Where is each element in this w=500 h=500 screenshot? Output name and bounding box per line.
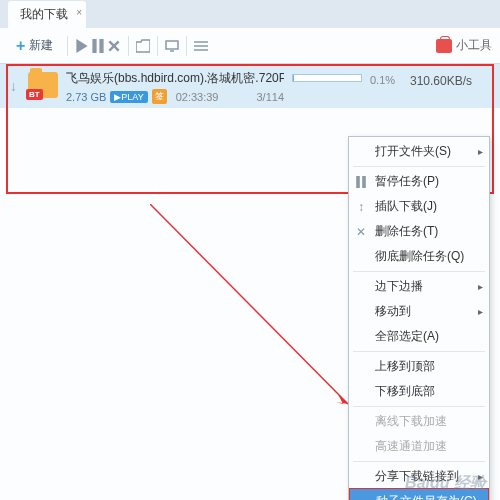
folder-icon[interactable] [135, 38, 151, 54]
folder-icon: BT [28, 72, 58, 98]
download-percent: 0.1% [370, 74, 410, 86]
cert-tag: 签 [152, 89, 167, 104]
tab-my-downloads[interactable]: 我的下载 × [8, 1, 86, 28]
menu-play-around[interactable]: 边下边播 [349, 274, 489, 299]
menu-open-folder[interactable]: 打开文件夹(S) [349, 139, 489, 164]
menu-move-to[interactable]: 移动到 [349, 299, 489, 324]
menu-channel-speed: 高速通道加速 [349, 434, 489, 459]
svg-rect-11 [356, 176, 360, 188]
download-name: 飞鸟娱乐(bbs.hdbird.com).洛城机密.720P.... [66, 70, 284, 87]
monitor-icon[interactable] [164, 38, 180, 54]
new-label: 新建 [29, 37, 53, 54]
menu-move-bottom[interactable]: 下移到底部 [349, 379, 489, 404]
menu-delete[interactable]: ✕删除任务(T) [349, 219, 489, 244]
menu-pause[interactable]: 暂停任务(P) [349, 169, 489, 194]
annotation-arrow [150, 204, 370, 414]
svg-line-9 [150, 204, 348, 404]
delete-icon[interactable] [106, 38, 122, 54]
svg-marker-10 [336, 394, 348, 404]
watermark: Baidu 经验 [405, 473, 486, 494]
pause-icon[interactable] [90, 38, 106, 54]
tools-label: 小工具 [456, 37, 492, 54]
menu-insert[interactable]: ↕插队下载(J) [349, 194, 489, 219]
context-menu: 打开文件夹(S) 暂停任务(P) ↕插队下载(J) ✕删除任务(T) 彻底删除任… [348, 136, 490, 500]
menu-offline-speed: 离线下载加速 [349, 409, 489, 434]
list-icon[interactable] [193, 38, 209, 54]
insert-icon: ↕ [354, 200, 368, 214]
menu-delete-full[interactable]: 彻底删除任务(Q) [349, 244, 489, 269]
plus-icon: + [16, 37, 25, 55]
menu-move-top[interactable]: 上移到顶部 [349, 354, 489, 379]
svg-rect-1 [100, 39, 104, 53]
download-arrow-icon: ↓ [10, 78, 24, 94]
close-icon[interactable]: × [76, 7, 82, 18]
svg-rect-12 [362, 176, 366, 188]
download-count: 3/114 [256, 91, 284, 103]
play-icon[interactable] [74, 38, 90, 54]
toolbar: + 新建 小工具 [0, 28, 500, 64]
bt-badge: BT [26, 89, 43, 100]
toolbox-icon [436, 39, 452, 53]
play-tag[interactable]: ▶PLAY [110, 91, 147, 103]
tools-button[interactable]: 小工具 [436, 37, 492, 54]
progress-bar [292, 74, 362, 82]
delete-icon: ✕ [354, 225, 368, 239]
pause-icon [354, 175, 368, 189]
download-row[interactable]: ↓ BT 飞鸟娱乐(bbs.hdbird.com).洛城机密.720P.... … [0, 64, 500, 108]
tab-label: 我的下载 [20, 7, 68, 21]
download-speed: 310.60KB/s [410, 74, 490, 88]
download-time: 02:33:39 [176, 91, 219, 103]
menu-select-all[interactable]: 全部选定(A) [349, 324, 489, 349]
new-button[interactable]: + 新建 [8, 33, 61, 59]
svg-rect-4 [166, 41, 178, 49]
download-size: 2.73 GB [66, 91, 106, 103]
svg-rect-0 [93, 39, 97, 53]
